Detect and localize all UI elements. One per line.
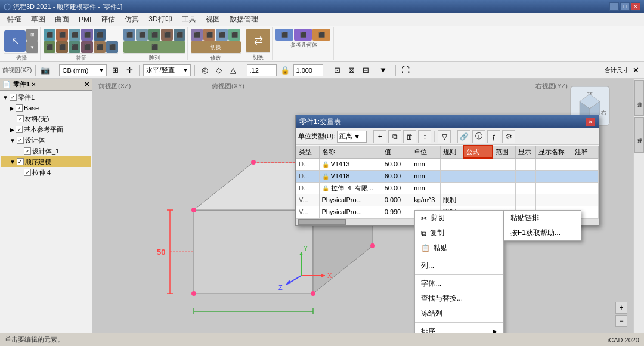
mirror-button[interactable]: ⬛ — [136, 29, 148, 41]
cell-name-3[interactable]: PhysicalPro... — [319, 194, 382, 206]
tree-check-designbody1[interactable]: ✓ — [24, 147, 31, 155]
ctx-sort[interactable]: 排序 ▶ — [415, 324, 503, 333]
ctx-help[interactable]: 按F1获取帮助... — [504, 225, 581, 240]
lock-icon[interactable]: 🔒 — [279, 64, 291, 76]
constraint-dropdown[interactable]: 水平/竖直 ▼ — [143, 64, 191, 76]
var-settings-icon[interactable]: ⚙ — [502, 130, 515, 143]
tree-item-extrude4[interactable]: ✓ 拉伸 4 — [1, 167, 91, 178]
tree-item-design-body-1[interactable]: ✓ 设计体_1 — [1, 146, 91, 156]
tree-check-refplane[interactable]: ✓ — [16, 126, 23, 133]
cell-formula-3[interactable] — [463, 194, 493, 206]
var-info-icon[interactable]: ⓘ — [472, 130, 485, 143]
env-switch-icon[interactable]: ⇄ — [246, 29, 270, 52]
menu-feature[interactable]: 特征 — [2, 13, 26, 26]
tree-check-sequential[interactable]: ✓ — [17, 158, 24, 165]
units-dropdown[interactable]: CB (mm) ▼ — [59, 64, 107, 76]
table-row[interactable]: V... PhysicalPro... 0.000 kg/m^3 限制 — [296, 194, 599, 206]
rotate-cut-button[interactable]: ⬛ — [81, 29, 93, 41]
snap1-icon[interactable]: ◎ — [199, 64, 210, 76]
move-face-button[interactable]: ⬛ — [191, 29, 203, 41]
var-filter-icon[interactable]: ▽ — [438, 130, 451, 143]
ctx-paste[interactable]: 📋 粘贴 — [415, 240, 503, 255]
rotate-button[interactable]: ⬛ — [69, 29, 80, 41]
cell-name-4[interactable]: PhysicalPro... — [319, 206, 382, 218]
tree-check-root[interactable]: ✓ — [10, 94, 17, 101]
tree-item-root[interactable]: ▼ ✓ 零件1 — [1, 92, 91, 103]
add-body-button[interactable]: ⬛ — [106, 41, 118, 53]
minimize-button[interactable]: ─ — [609, 2, 619, 11]
tree-item-base[interactable]: ▶ ✓ Base — [1, 103, 91, 113]
ctx-copy[interactable]: ⧉ 复制 — [415, 225, 503, 240]
array-button[interactable]: ⬛ — [123, 29, 135, 41]
variable-dialog-close[interactable]: ✕ — [586, 118, 595, 126]
right-panel-btn1[interactable]: 合并 — [634, 80, 644, 116]
menu-view[interactable]: 视图 — [201, 13, 225, 26]
menu-surface[interactable]: 曲面 — [50, 13, 74, 26]
grid-icon[interactable]: ⊞ — [109, 64, 121, 76]
panel-close-button[interactable]: ✕ — [84, 81, 89, 88]
tree-item-refplane[interactable]: ▶ ✓ 基本参考平面 — [1, 124, 91, 135]
draft-button[interactable]: ⬛ — [56, 41, 68, 53]
view-icon1[interactable]: ⊡ — [331, 64, 343, 76]
continuous-select-button[interactable]: ⊞ — [26, 29, 38, 41]
display-mode-dropdown[interactable]: ▼ — [374, 64, 392, 76]
cell-name-2[interactable]: 🔒 拉伸_4_有限... — [319, 182, 382, 194]
tree-item-design-body[interactable]: ▼ ✓ 设计体 — [1, 135, 91, 146]
menu-data-management[interactable]: 数据管理 — [225, 13, 263, 26]
plane-cut-button[interactable]: ⬛ — [148, 29, 160, 41]
zoom-out-button[interactable]: − — [615, 315, 627, 327]
pull-button[interactable]: ⬛ — [44, 29, 55, 41]
select-button[interactable]: ↖ — [4, 30, 26, 52]
var-link-icon[interactable]: 🔗 — [457, 130, 470, 143]
scale-input[interactable] — [293, 64, 323, 76]
zoom-in-button[interactable]: + — [615, 302, 627, 314]
ctx-columns[interactable]: 列... — [415, 258, 503, 273]
ctx-font[interactable]: 字体... — [415, 276, 503, 291]
snap-icon[interactable]: ✛ — [123, 64, 135, 76]
ctx-paste-rank[interactable]: 粘贴链排 — [504, 211, 581, 225]
round-button[interactable]: ⬛ — [44, 41, 55, 53]
coincident-button[interactable]: ⬛ — [275, 29, 293, 41]
view-icon3[interactable]: ⊟ — [360, 64, 371, 76]
part-cut-button[interactable]: ⬛ — [123, 41, 185, 53]
precision-input[interactable] — [247, 64, 277, 76]
tree-check-base[interactable]: ✓ — [16, 104, 23, 112]
menu-pmi[interactable]: PMI — [74, 14, 96, 25]
camera-icon[interactable]: 📷 — [39, 64, 51, 76]
cell-formula-2[interactable] — [463, 182, 493, 194]
material-button[interactable]: ⬛ — [81, 41, 93, 53]
shell-button[interactable]: ⬛ — [69, 41, 80, 53]
cell-formula-1[interactable] — [463, 170, 493, 182]
ctx-freeze[interactable]: 冻结列 — [415, 306, 503, 321]
remove2-button[interactable]: ⬛ — [94, 41, 106, 53]
var-add-icon[interactable]: + — [373, 130, 386, 143]
var-sort-icon[interactable]: ↕ — [418, 130, 431, 143]
tree-check-material[interactable]: ✓ — [17, 115, 24, 122]
menu-sketch[interactable]: 草图 — [26, 13, 50, 26]
var-formula-icon[interactable]: ƒ — [487, 130, 500, 143]
select-menu-button[interactable]: ▼ — [26, 41, 38, 53]
adjust-round-button[interactable]: ⬛ — [228, 29, 240, 41]
coordinate-button[interactable]: ⬛ — [312, 29, 330, 41]
more-plane-button[interactable]: ⬛ — [294, 29, 312, 41]
var-copy-icon[interactable]: ⧉ — [388, 130, 401, 143]
table-row[interactable]: D... 🔒 V1418 60.00 mm — [296, 170, 599, 182]
ctx-find-replace[interactable]: 查找与替换... — [415, 291, 503, 306]
menu-evaluate[interactable]: 评估 — [96, 13, 120, 26]
adjust-hole-button[interactable]: ⬛ — [216, 29, 228, 41]
close-button[interactable]: ✕ — [631, 2, 640, 11]
tree-check-designbody[interactable]: ✓ — [17, 137, 24, 144]
cell-name-1[interactable]: 🔒 V1418 — [319, 170, 382, 182]
menu-simulate[interactable]: 仿真 — [120, 13, 144, 26]
fullscreen-icon[interactable]: ⛶ — [400, 64, 411, 76]
var-delete-icon[interactable]: 🗑 — [403, 130, 416, 143]
tree-item-material[interactable]: ✓ 材料(无) — [1, 113, 91, 124]
table-row[interactable]: D... 🔒 V1413 50.00 mm — [296, 158, 599, 170]
view-cut-button[interactable]: ⬛ — [174, 29, 185, 41]
cell-name-0[interactable]: 🔒 V1413 — [319, 158, 382, 170]
table-row[interactable]: D... 🔒 拉伸_4_有限... 50.00 mm — [296, 182, 599, 194]
snap2-icon[interactable]: ◇ — [213, 64, 225, 76]
tree-item-sequential[interactable]: ▼ ✓ 顺序建模 — [1, 156, 91, 167]
viewport[interactable]: 前视图(XZ) 俯视图(XY) 右视图(YZ) 50 50 50 — [92, 79, 633, 333]
env-switch-button[interactable]: 切换 — [191, 41, 241, 53]
